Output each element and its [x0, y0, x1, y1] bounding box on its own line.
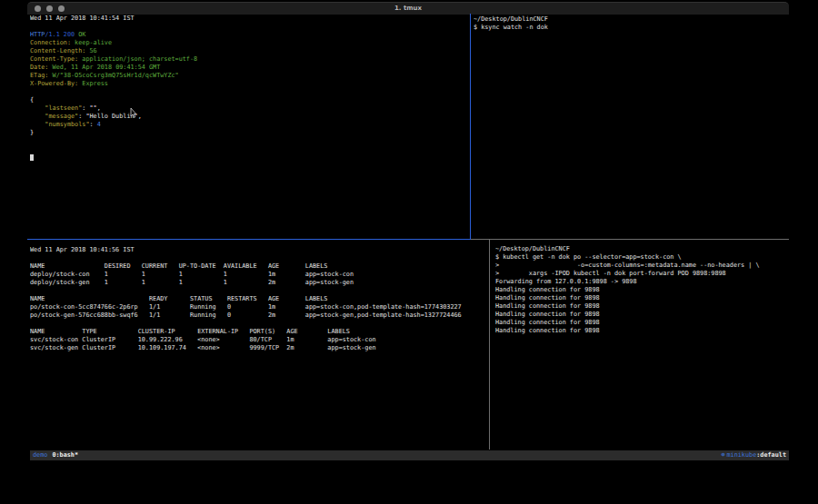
kubernetes-wheel-icon: ☸ [721, 450, 724, 460]
terminal-line [30, 137, 466, 145]
terminal-line: X-Powered-By: Express [30, 80, 466, 88]
pane-kubectl-resources[interactable]: Wed 11 Apr 2018 10:41:56 IST NAME DESIRE… [30, 246, 486, 448]
terminal-line: } [30, 129, 466, 137]
tmux-status-bar: demo 0:bash* ☸ minikube :default [30, 450, 789, 460]
terminal-line: Content-Length: 56 [30, 47, 466, 55]
status-right: ☸ minikube :default [721, 450, 786, 460]
window-item-active[interactable]: 0:bash* [52, 450, 78, 460]
kubectl-tables-text: Wed 11 Apr 2018 10:41:56 IST NAME DESIRE… [30, 246, 486, 352]
ksync-terminal-text: ~/Desktop/DublinCNCF $ ksync watch -n do… [474, 15, 786, 32]
pane-border-horizontal[interactable] [471, 239, 789, 240]
session-name-label: demo [33, 450, 47, 460]
traffic-lights [35, 3, 65, 15]
active-pane-border-vertical[interactable] [470, 14, 471, 240]
port-forward-text: ~/Desktop/DublinCNCF $ kubectl get -n do… [495, 245, 788, 335]
terminal-line: Wed 11 Apr 2018 10:41:54 IST [30, 15, 466, 23]
terminal-line [30, 153, 466, 162]
terminal-line: "numsymbols": 4 [30, 121, 466, 129]
kube-context-label: minikube [727, 450, 757, 460]
terminal-line [30, 88, 466, 96]
terminal-line: Date: Wed, 11 Apr 2018 09:41:54 GMT [30, 64, 466, 72]
terminal-cursor [30, 154, 34, 161]
kube-namespace-label: :default [756, 450, 786, 460]
terminal-line: Content-Type: application/json; charset=… [30, 55, 466, 64]
terminal-line: HTTP/1.1 200 OK [30, 31, 466, 39]
terminal-line: { [30, 96, 466, 104]
pane-border-vertical[interactable] [489, 240, 490, 450]
pane-http-response[interactable]: Wed 11 Apr 2018 10:41:54 ISTHTTP/1.1 200… [30, 15, 466, 238]
close-button[interactable] [35, 5, 41, 12]
terminal-line: "message": "Hello Dublin", [30, 113, 466, 121]
fullscreen-button[interactable] [58, 5, 65, 12]
active-pane-border-horizontal[interactable] [27, 239, 471, 240]
pane-ksync-watch[interactable]: ~/Desktop/DublinCNCF $ ksync watch -n do… [474, 15, 786, 237]
terminal-line [30, 23, 466, 31]
desktop-background: 1. tmux Wed 11 Apr 2018 10:41:54 ISTHTTP… [0, 0, 818, 504]
window-title: 1. tmux [27, 3, 789, 15]
terminal-line: ETag: W/"38-O5coCsrg3mQ75sHr1d/qcWTwYZc" [30, 72, 466, 80]
terminal-line [30, 145, 466, 153]
minimize-button[interactable] [46, 5, 53, 12]
mouse-pointer-icon [130, 108, 136, 118]
pane-port-forward[interactable]: ~/Desktop/DublinCNCF $ kubectl get -n do… [495, 245, 788, 449]
terminal-line: Connection: keep-alive [30, 39, 466, 47]
terminal-line: "lastseen": "", [30, 104, 466, 113]
window-titlebar[interactable]: 1. tmux [27, 2, 789, 15]
